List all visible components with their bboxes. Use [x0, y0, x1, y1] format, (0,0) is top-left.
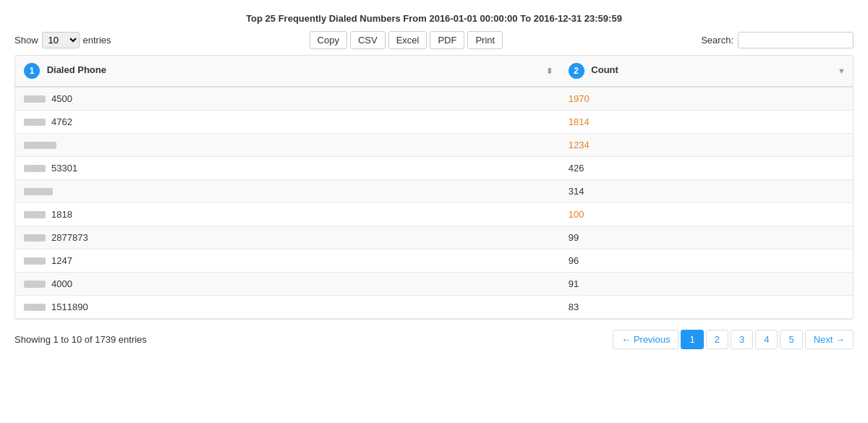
search-label: Search: [701, 35, 733, 46]
next-button[interactable]: Next → [805, 330, 854, 349]
col-num-2: 2 [569, 63, 584, 79]
pdf-button[interactable]: PDF [430, 31, 464, 49]
footer-row: Showing 1 to 10 of 1739 entries ← Previo… [14, 330, 854, 349]
phone-suffix: 53301 [51, 163, 77, 174]
phone-cell [15, 134, 560, 157]
copy-button[interactable]: Copy [310, 31, 347, 49]
count-cell: 83 [560, 296, 853, 319]
phone-blurred-prefix [24, 281, 46, 288]
search-input[interactable] [738, 32, 854, 48]
phone-cell [15, 180, 560, 203]
previous-button[interactable]: ← Previous [613, 330, 678, 349]
table-row: 287787399 [15, 226, 853, 249]
table-row: 53301426 [15, 157, 853, 180]
table-header-row: 1 Dialed Phone ⬍ 2 Count ▼ [15, 56, 853, 87]
excel-button[interactable]: Excel [388, 31, 427, 49]
phone-suffix: 4500 [51, 93, 72, 104]
phone-blurred-prefix [24, 211, 46, 218]
table-row: 45001970 [15, 87, 853, 111]
phone-suffix: 1511890 [51, 302, 88, 312]
phone-blurred-prefix [24, 257, 46, 265]
phone-suffix: 1247 [51, 255, 72, 266]
phone-suffix: 1818 [51, 209, 72, 220]
pagination: ← Previous 1 2 3 4 5 Next → [613, 330, 854, 349]
phone-cell: 53301 [15, 157, 560, 180]
phone-cell: 1818 [15, 203, 560, 226]
phone-blurred-prefix [24, 142, 56, 149]
phone-blurred-prefix [24, 165, 46, 172]
count-cell: 1970 [560, 87, 853, 111]
phone-blurred-prefix [24, 188, 53, 195]
phone-blurred-prefix [24, 234, 46, 242]
export-buttons-group: Copy CSV Excel PDF Print [310, 31, 503, 49]
count-cell: 100 [560, 203, 853, 226]
page-4-button[interactable]: 4 [755, 330, 778, 349]
controls-row: Show 10 25 50 100 entries Copy CSV Excel… [14, 31, 854, 49]
page-2-button[interactable]: 2 [706, 330, 728, 349]
table-row: 1818100 [15, 203, 853, 226]
table-row: 151189083 [15, 296, 853, 319]
table-row: 124796 [15, 249, 853, 273]
table-row: 1234 [15, 134, 853, 157]
phone-suffix: 4000 [51, 278, 72, 289]
col-count-label: Count [591, 64, 618, 75]
phone-blurred-prefix [24, 119, 46, 126]
entries-select[interactable]: 10 25 50 100 [42, 32, 80, 48]
data-table-wrapper: 1 Dialed Phone ⬍ 2 Count ▼ 4500197047621… [14, 55, 854, 320]
showing-text: Showing 1 to 10 of 1739 entries [14, 334, 147, 345]
phone-blurred-prefix [24, 95, 46, 103]
phone-blurred-prefix [24, 304, 46, 311]
table-body: 4500197047621814123453301426314181810028… [15, 87, 853, 319]
count-cell: 1814 [560, 111, 853, 134]
phone-cell: 4500 [15, 87, 560, 111]
csv-button[interactable]: CSV [350, 31, 386, 49]
entries-label: entries [83, 35, 111, 46]
count-cell: 91 [560, 273, 853, 296]
count-cell: 99 [560, 226, 853, 249]
table-row: 47621814 [15, 111, 853, 134]
phone-cell: 4762 [15, 111, 560, 134]
page-3-button[interactable]: 3 [731, 330, 753, 349]
page-title: Top 25 Frequently Dialed Numbers From 20… [14, 13, 854, 24]
phone-cell: 1511890 [15, 296, 560, 319]
show-entries-control: Show 10 25 50 100 entries [14, 32, 111, 48]
col-dialed-phone[interactable]: 1 Dialed Phone ⬍ [15, 56, 560, 87]
show-label: Show [14, 35, 38, 46]
table-row: 314 [15, 180, 853, 203]
count-cell: 314 [560, 180, 853, 203]
count-sort-icon[interactable]: ▼ [838, 67, 846, 75]
table-row: 400091 [15, 273, 853, 296]
print-button[interactable]: Print [467, 31, 503, 49]
col-num-1: 1 [24, 63, 40, 79]
count-cell: 1234 [560, 134, 853, 157]
search-box: Search: [701, 32, 854, 48]
phone-cell: 4000 [15, 273, 560, 296]
data-table: 1 Dialed Phone ⬍ 2 Count ▼ 4500197047621… [15, 56, 853, 319]
col-dialed-phone-label: Dialed Phone [47, 64, 106, 75]
count-cell: 96 [560, 249, 853, 273]
phone-cell: 2877873 [15, 226, 560, 249]
dialed-phone-sort-icon[interactable]: ⬍ [546, 67, 553, 76]
phone-suffix: 4762 [51, 116, 72, 127]
phone-suffix: 2877873 [51, 232, 88, 243]
page-5-button[interactable]: 5 [780, 330, 802, 349]
count-cell: 426 [560, 157, 853, 180]
col-count[interactable]: 2 Count ▼ [560, 56, 853, 87]
page-1-button[interactable]: 1 [681, 330, 703, 349]
phone-cell: 1247 [15, 249, 560, 273]
